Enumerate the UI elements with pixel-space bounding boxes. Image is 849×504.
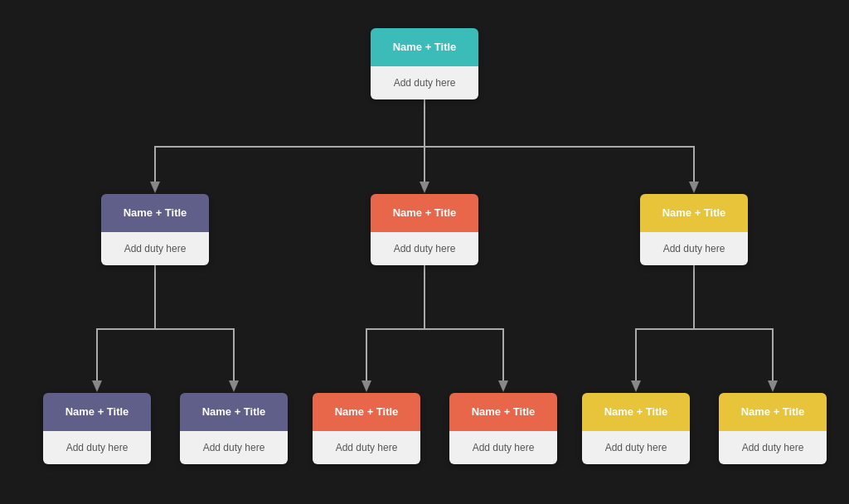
node-header-l2-cl: Name + Title: [313, 393, 420, 431]
node-body-l2-cr: Add duty here: [449, 431, 557, 464]
org-node-l2-rl[interactable]: Name + TitleAdd duty here: [582, 393, 690, 464]
node-header-l1-left: Name + Title: [101, 194, 209, 232]
org-node-l2-ll[interactable]: Name + TitleAdd duty here: [43, 393, 151, 464]
org-node-l2-cl[interactable]: Name + TitleAdd duty here: [313, 393, 420, 464]
node-body-l2-lr: Add duty here: [180, 431, 288, 464]
node-body-l1-center: Add duty here: [371, 232, 478, 265]
node-body-l2-cl: Add duty here: [313, 431, 420, 464]
node-header-root: Name + Title: [371, 28, 478, 66]
org-node-l2-rr[interactable]: Name + TitleAdd duty here: [719, 393, 827, 464]
org-chart: Name + TitleAdd duty hereName + TitleAdd…: [27, 12, 822, 492]
node-body-l2-ll: Add duty here: [43, 431, 151, 464]
node-header-l2-rl: Name + Title: [582, 393, 690, 431]
org-node-l1-center[interactable]: Name + TitleAdd duty here: [371, 194, 478, 265]
node-header-l1-right: Name + Title: [640, 194, 748, 232]
node-body-l2-rr: Add duty here: [719, 431, 827, 464]
org-node-l1-right[interactable]: Name + TitleAdd duty here: [640, 194, 748, 265]
node-header-l2-rr: Name + Title: [719, 393, 827, 431]
org-node-root[interactable]: Name + TitleAdd duty here: [371, 28, 478, 99]
node-header-l2-cr: Name + Title: [449, 393, 557, 431]
org-node-l2-lr[interactable]: Name + TitleAdd duty here: [180, 393, 288, 464]
node-body-l1-left: Add duty here: [101, 232, 209, 265]
node-header-l2-lr: Name + Title: [180, 393, 288, 431]
node-header-l2-ll: Name + Title: [43, 393, 151, 431]
node-body-l1-right: Add duty here: [640, 232, 748, 265]
node-header-l1-center: Name + Title: [371, 194, 478, 232]
node-body-l2-rl: Add duty here: [582, 431, 690, 464]
org-node-l1-left[interactable]: Name + TitleAdd duty here: [101, 194, 209, 265]
org-node-l2-cr[interactable]: Name + TitleAdd duty here: [449, 393, 557, 464]
node-body-root: Add duty here: [371, 66, 478, 99]
